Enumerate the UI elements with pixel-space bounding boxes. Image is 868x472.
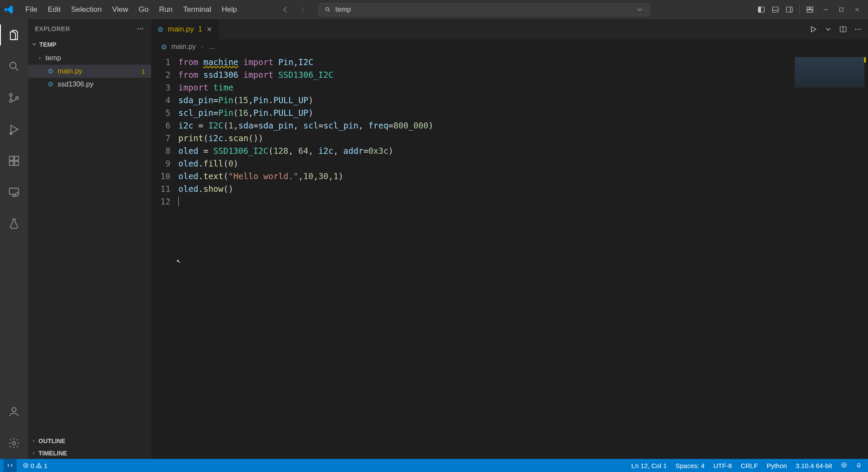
svg-point-12 <box>10 62 16 69</box>
svg-rect-20 <box>14 161 18 165</box>
code-line: scl_pin=Pin(16,Pin.PULL_UP) <box>178 107 868 119</box>
code-line: sda_pin=Pin(15,Pin.PULL_UP) <box>178 94 868 107</box>
sidebar-more-icon[interactable] <box>136 25 144 33</box>
code-line <box>178 195 868 208</box>
timeline-section[interactable]: TIMELINE <box>28 447 151 459</box>
status-warning-count: 1 <box>44 462 47 469</box>
sidebar-title: EXPLORER <box>35 25 70 32</box>
tab-filename: main.py <box>168 25 194 34</box>
activity-remote-explorer[interactable] <box>0 182 28 203</box>
editor-more-icon[interactable] <box>854 25 862 33</box>
python-file-icon: ⚙ <box>46 80 54 88</box>
status-interpreter[interactable]: 3.10.4 64-bit <box>796 462 832 469</box>
menu-view[interactable]: View <box>107 0 134 19</box>
activity-explorer[interactable] <box>0 24 28 45</box>
nav-back-icon[interactable] <box>281 6 289 14</box>
tree-file-ssd1306[interactable]: ⚙ ssd1306.py <box>28 78 151 91</box>
code-lines[interactable]: from machine import Pin,I2C from ssd1306… <box>178 54 868 459</box>
status-eol[interactable]: CRLF <box>741 462 758 469</box>
activity-accounts[interactable] <box>0 401 28 422</box>
tree-folder-temp[interactable]: temp <box>28 52 151 65</box>
window-minimize-icon[interactable] <box>823 7 829 13</box>
python-file-icon: ⚙ <box>46 67 54 75</box>
svg-point-24 <box>13 442 16 445</box>
status-notifications-icon[interactable] <box>856 462 862 469</box>
code-editor[interactable]: 123456789101112 from machine import Pin,… <box>151 54 868 459</box>
svg-rect-9 <box>807 10 813 12</box>
python-file-icon: ⚙ <box>157 25 163 34</box>
menu-file[interactable]: File <box>20 0 42 19</box>
status-encoding[interactable]: UTF-8 <box>713 462 732 469</box>
chevron-right-icon <box>31 437 36 444</box>
svg-point-37 <box>843 464 844 465</box>
run-dropdown-icon[interactable] <box>824 25 832 33</box>
tree-folder-label: temp <box>45 54 61 62</box>
status-feedback-icon[interactable] <box>841 462 847 469</box>
split-editor-icon[interactable] <box>839 25 847 33</box>
outline-section[interactable]: OUTLINE <box>28 434 151 447</box>
svg-rect-3 <box>772 7 778 12</box>
toggle-panel-icon[interactable] <box>771 6 779 14</box>
status-problems[interactable]: 0 1 <box>23 462 48 469</box>
activity-bar <box>0 19 28 459</box>
status-indent[interactable]: Spaces: 4 <box>676 462 705 469</box>
run-file-icon[interactable] <box>809 25 817 33</box>
editor-actions <box>803 25 868 33</box>
explorer-folder-name: TEMP <box>39 41 56 48</box>
explorer-folder-header[interactable]: TEMP <box>28 38 151 51</box>
svg-point-22 <box>16 193 19 196</box>
tree-file-main[interactable]: ⚙ main.py 1 <box>28 65 151 78</box>
search-icon <box>325 7 331 13</box>
chevron-right-icon <box>31 450 36 457</box>
tab-close-icon[interactable] <box>206 26 212 32</box>
tab-main[interactable]: ⚙ main.py 1 <box>151 19 219 39</box>
menu-go[interactable]: Go <box>133 0 154 19</box>
breadcrumb[interactable]: ⚙ main.py ... <box>151 39 868 54</box>
chevron-right-icon <box>200 43 205 51</box>
svg-point-27 <box>142 28 143 29</box>
svg-point-31 <box>858 29 858 30</box>
svg-rect-17 <box>10 156 14 160</box>
search-text: temp <box>335 6 632 14</box>
svg-rect-18 <box>14 156 18 160</box>
activity-source-control[interactable] <box>0 87 28 108</box>
status-cursor-pos[interactable]: Ln 12, Col 1 <box>632 462 667 469</box>
menu-edit[interactable]: Edit <box>42 0 66 19</box>
menu-help[interactable]: Help <box>216 0 242 19</box>
menu-terminal[interactable]: Terminal <box>178 0 216 19</box>
activity-search[interactable] <box>0 56 28 77</box>
svg-point-25 <box>138 28 139 29</box>
code-line: oled = SSD1306_I2C(128, 64, i2c, addr=0x… <box>178 145 868 157</box>
window-close-icon[interactable] <box>854 7 860 13</box>
code-line: print(i2c.scan()) <box>178 132 868 145</box>
code-line: from ssd1306 import SSD1306_I2C <box>178 69 868 81</box>
explorer-tree: temp ⚙ main.py 1 ⚙ ssd1306.py <box>28 51 151 94</box>
chevron-down-icon <box>31 41 37 48</box>
command-center-search[interactable]: temp <box>318 3 650 16</box>
toggle-secondary-sidebar-icon[interactable] <box>785 6 793 14</box>
code-line: oled.text("Hello world.",10,30,1) <box>178 170 868 183</box>
window-maximize-icon[interactable] <box>838 7 844 13</box>
timeline-label: TIMELINE <box>38 450 67 457</box>
svg-point-38 <box>844 464 845 465</box>
svg-rect-5 <box>786 7 792 12</box>
chevron-down-icon[interactable] <box>636 6 644 14</box>
menu-run[interactable]: Run <box>154 0 178 19</box>
minimap[interactable] <box>795 57 865 87</box>
customize-layout-icon[interactable] <box>806 6 814 14</box>
svg-point-13 <box>10 94 12 96</box>
warning-icon <box>36 462 42 469</box>
status-language[interactable]: Python <box>767 462 787 469</box>
svg-rect-2 <box>758 7 760 12</box>
nav-forward-icon[interactable] <box>298 6 306 14</box>
svg-rect-11 <box>840 8 843 11</box>
svg-point-23 <box>12 408 16 412</box>
svg-rect-8 <box>810 7 813 9</box>
activity-settings[interactable] <box>0 433 28 454</box>
toggle-primary-sidebar-icon[interactable] <box>757 6 765 14</box>
activity-run-debug[interactable] <box>0 119 28 140</box>
activity-testing[interactable] <box>0 213 28 234</box>
activity-extensions[interactable] <box>0 150 28 171</box>
menu-selection[interactable]: Selection <box>66 0 107 19</box>
status-remote[interactable] <box>3 459 17 472</box>
